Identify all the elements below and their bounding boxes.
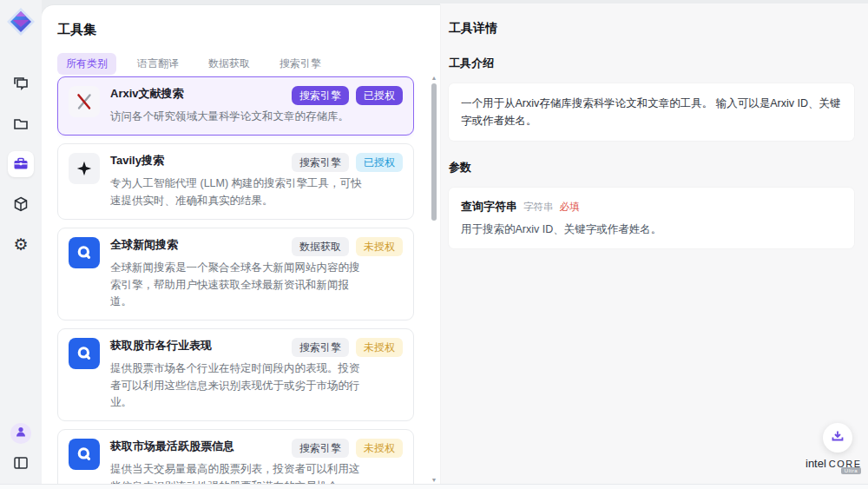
tool-name: Arxiv文献搜索: [110, 86, 184, 102]
tool-name: Tavily搜索: [110, 153, 164, 169]
sidebar-item-cube[interactable]: [8, 191, 34, 217]
tool-description: 访问各个研究领域大量科学论文和文章的存储库。: [110, 109, 369, 125]
arxiv-icon: [69, 86, 100, 117]
tool-description: 全球新闻搜索是一个聚合全球各大新闻网站内容的搜索引擎，帮助用户快速获取全球最新资…: [110, 260, 369, 310]
intel-core-logo: intelCORE Ultra: [806, 455, 859, 471]
intro-heading: 工具介绍: [449, 56, 854, 71]
intro-text: 一个用于从Arxiv存储库搜索科学论文和文章的工具。 输入可以是Arxiv ID…: [461, 95, 842, 129]
cube-icon: [12, 195, 30, 213]
panel-toggle-icon: [13, 456, 29, 470]
tool-auth-badge: 未授权: [356, 237, 403, 256]
tab-语言翻译[interactable]: 语言翻译: [128, 53, 187, 75]
tool-auth-badge: 未授权: [356, 439, 403, 458]
sidebar-item-toolbox[interactable]: [8, 151, 34, 177]
user-avatar[interactable]: [10, 423, 31, 444]
tab-搜索引擎[interactable]: 搜索引擎: [271, 53, 330, 75]
chat-icon: [12, 76, 30, 93]
param-description: 用于搜索的Arxiv ID、关键字或作者姓名。: [461, 222, 842, 237]
category-tabs: 所有类别语言翻译数据获取搜索引擎: [57, 53, 330, 75]
tool-collection-panel: 工具集 所有类别语言翻译数据获取搜索引擎 Arxiv文献搜索 搜索引擎 已授权 …: [42, 5, 440, 484]
params-heading: 参数: [449, 160, 854, 175]
intel-brand-text: intel: [806, 457, 826, 470]
sparkle-icon: [69, 153, 100, 184]
tool-name: 获取市场最活跃股票信息: [110, 439, 234, 454]
download-icon: [831, 429, 845, 446]
rail-bottom: [0, 423, 42, 473]
news-blue-icon: [69, 439, 100, 470]
tool-name: 全球新闻搜索: [110, 237, 178, 253]
param-card: 查询字符串 字符串 必填 用于搜索的Arxiv ID、关键字或作者姓名。: [449, 188, 854, 248]
tool-description: 提供股票市场各个行业在特定时间段内的表现。投资者可以利用这些信息来识别表现优于或…: [110, 360, 369, 411]
tool-name: 获取股市各行业表现: [110, 338, 212, 354]
tool-auth-badge: 已授权: [356, 153, 403, 172]
param-name: 查询字符串: [461, 199, 517, 215]
tab-数据获取[interactable]: 数据获取: [200, 53, 259, 75]
tool-card[interactable]: Arxiv文献搜索 搜索引擎 已授权 访问各个研究领域大量科学论文和文章的存储库…: [57, 76, 414, 135]
download-button[interactable]: [823, 423, 852, 453]
ultra-badge: Ultra: [841, 467, 861, 474]
list-scrollbar[interactable]: ▲ ▼: [430, 75, 438, 484]
tool-category-badge: 搜索引擎: [292, 86, 349, 105]
left-rail: ⚙: [0, 0, 42, 489]
detail-title: 工具详情: [449, 21, 854, 36]
tool-description: 专为人工智能代理 (LLM) 构建的搜索引擎工具，可快速提供实时、准确和真实的结…: [110, 175, 369, 209]
tool-category-badge: 搜索引擎: [292, 338, 349, 357]
scroll-up-arrow-icon[interactable]: ▲: [430, 75, 438, 82]
bottom-strip: [0, 484, 868, 489]
news-blue-icon: [69, 237, 100, 268]
tool-description: 提供当天交易量最高的股票列表，投资者可以利用这些信息来识别流动性强的股票和潜在的…: [110, 461, 369, 484]
tool-category-badge: 搜索引擎: [292, 439, 349, 458]
sidebar-item-chat[interactable]: [8, 71, 34, 97]
panel-toggle-button[interactable]: [10, 453, 31, 473]
tool-card[interactable]: Tavily搜索 搜索引擎 已授权 专为人工智能代理 (LLM) 构建的搜索引擎…: [57, 143, 414, 220]
tool-auth-badge: 已授权: [356, 86, 403, 105]
user-avatar-icon: [15, 426, 27, 441]
param-type: 字符串: [523, 201, 554, 214]
tab-所有类别[interactable]: 所有类别: [57, 53, 116, 75]
tool-list: Arxiv文献搜索 搜索引擎 已授权 访问各个研究领域大量科学论文和文章的存储库…: [57, 76, 414, 484]
rail-nav: ⚙: [0, 71, 42, 257]
sidebar-item-folder[interactable]: [8, 111, 34, 137]
toolbox-icon: [12, 155, 30, 173]
tool-card[interactable]: 获取股市各行业表现 搜索引擎 未授权 提供股票市场各个行业在特定时间段内的表现。…: [57, 328, 414, 421]
tool-card[interactable]: 全球新闻搜索 数据获取 未授权 全球新闻搜索是一个聚合全球各大新闻网站内容的搜索…: [57, 228, 414, 320]
tool-category-badge: 搜索引擎: [292, 153, 349, 172]
page-title: 工具集: [57, 22, 96, 38]
tool-detail-panel: 工具详情 工具介绍 一个用于从Arxiv存储库搜索科学论文和文章的工具。 输入可…: [440, 3, 868, 484]
tool-auth-badge: 未授权: [356, 338, 403, 357]
scrollbar-thumb[interactable]: [431, 83, 437, 221]
news-blue-icon: [69, 338, 100, 369]
tool-category-badge: 数据获取: [292, 237, 349, 256]
scroll-down-arrow-icon[interactable]: ▼: [430, 477, 438, 484]
param-required-badge: 必填: [560, 201, 580, 214]
intro-card: 一个用于从Arxiv存储库搜索科学论文和文章的工具。 输入可以是Arxiv ID…: [449, 83, 854, 141]
tool-card[interactable]: 获取市场最活跃股票信息 搜索引擎 未授权 提供当天交易量最高的股票列表，投资者可…: [57, 429, 414, 484]
folder-icon: [12, 116, 30, 133]
sidebar-item-settings[interactable]: ⚙: [8, 231, 34, 257]
app-logo-icon: [6, 7, 36, 36]
gear-icon: ⚙: [13, 236, 28, 253]
